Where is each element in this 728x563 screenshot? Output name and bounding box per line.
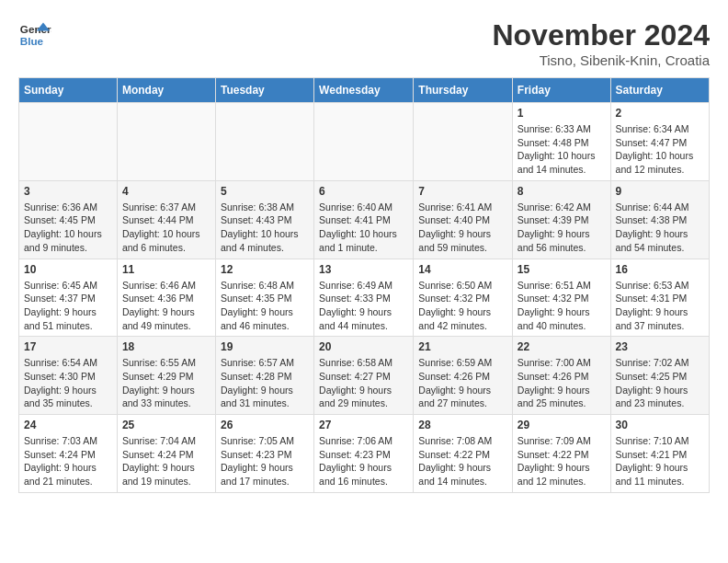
calendar-cell: [215, 103, 313, 181]
day-number: 22: [518, 340, 606, 353]
day-info: Sunrise: 7:03 AM Sunset: 4:24 PM Dayligh…: [24, 434, 112, 488]
calendar-cell: 12Sunrise: 6:48 AM Sunset: 4:35 PM Dayli…: [215, 259, 313, 337]
day-number: 14: [418, 263, 507, 276]
day-number: 30: [616, 419, 704, 431]
calendar-cell: 16Sunrise: 6:53 AM Sunset: 4:31 PM Dayli…: [610, 259, 709, 337]
day-info: Sunrise: 7:04 AM Sunset: 4:24 PM Dayligh…: [122, 434, 210, 488]
calendar-cell: 2Sunrise: 6:34 AM Sunset: 4:47 PM Daylig…: [610, 103, 709, 181]
calendar-cell: 8Sunrise: 6:42 AM Sunset: 4:39 PM Daylig…: [512, 180, 610, 259]
calendar-cell: 14Sunrise: 6:50 AM Sunset: 4:32 PM Dayli…: [414, 259, 513, 337]
day-info: Sunrise: 6:45 AM Sunset: 4:37 PM Dayligh…: [24, 279, 112, 333]
weekday-header: Monday: [117, 78, 215, 103]
calendar-cell: 25Sunrise: 7:04 AM Sunset: 4:24 PM Dayli…: [117, 415, 215, 493]
day-info: Sunrise: 7:08 AM Sunset: 4:22 PM Dayligh…: [418, 434, 507, 488]
logo: General Blue: [18, 18, 51, 52]
calendar-cell: 17Sunrise: 6:54 AM Sunset: 4:30 PM Dayli…: [19, 337, 118, 415]
logo-icon: General Blue: [18, 18, 51, 52]
calendar-cell: 18Sunrise: 6:55 AM Sunset: 4:29 PM Dayli…: [117, 337, 215, 415]
day-info: Sunrise: 6:40 AM Sunset: 4:41 PM Dayligh…: [319, 201, 408, 255]
day-number: 9: [616, 185, 704, 198]
calendar-week-row: 3Sunrise: 6:36 AM Sunset: 4:45 PM Daylig…: [19, 180, 710, 259]
calendar-table: SundayMondayTuesdayWednesdayThursdayFrid…: [18, 77, 710, 493]
day-info: Sunrise: 7:06 AM Sunset: 4:23 PM Dayligh…: [319, 434, 408, 488]
calendar-cell: 13Sunrise: 6:49 AM Sunset: 4:33 PM Dayli…: [314, 259, 414, 337]
day-info: Sunrise: 7:09 AM Sunset: 4:22 PM Dayligh…: [518, 434, 606, 488]
weekday-header: Tuesday: [215, 78, 313, 103]
day-info: Sunrise: 6:38 AM Sunset: 4:43 PM Dayligh…: [221, 201, 309, 255]
calendar-cell: 7Sunrise: 6:41 AM Sunset: 4:40 PM Daylig…: [414, 180, 513, 259]
calendar-cell: 30Sunrise: 7:10 AM Sunset: 4:21 PM Dayli…: [610, 415, 709, 493]
day-number: 20: [319, 340, 408, 353]
day-number: 17: [24, 340, 112, 353]
calendar-cell: 11Sunrise: 6:46 AM Sunset: 4:36 PM Dayli…: [117, 259, 215, 337]
calendar-cell: 5Sunrise: 6:38 AM Sunset: 4:43 PM Daylig…: [215, 180, 313, 259]
day-info: Sunrise: 7:10 AM Sunset: 4:21 PM Dayligh…: [616, 434, 704, 488]
calendar-cell: 24Sunrise: 7:03 AM Sunset: 4:24 PM Dayli…: [19, 415, 118, 493]
day-info: Sunrise: 6:54 AM Sunset: 4:30 PM Dayligh…: [24, 356, 112, 410]
calendar-cell: 3Sunrise: 6:36 AM Sunset: 4:45 PM Daylig…: [19, 180, 118, 259]
calendar-cell: 15Sunrise: 6:51 AM Sunset: 4:32 PM Dayli…: [512, 259, 610, 337]
day-info: Sunrise: 6:50 AM Sunset: 4:32 PM Dayligh…: [418, 279, 507, 333]
calendar-cell: 20Sunrise: 6:58 AM Sunset: 4:27 PM Dayli…: [314, 337, 414, 415]
weekday-header: Friday: [512, 78, 610, 103]
calendar-cell: [414, 103, 513, 181]
calendar-cell: 10Sunrise: 6:45 AM Sunset: 4:37 PM Dayli…: [19, 259, 118, 337]
day-info: Sunrise: 6:37 AM Sunset: 4:44 PM Dayligh…: [122, 201, 210, 255]
day-number: 24: [24, 419, 112, 431]
calendar-cell: [19, 103, 118, 181]
day-info: Sunrise: 6:53 AM Sunset: 4:31 PM Dayligh…: [616, 279, 704, 333]
day-number: 6: [319, 185, 408, 198]
title-area: November 2024 Tisno, Sibenik-Knin, Croat…: [492, 18, 710, 68]
calendar-cell: 27Sunrise: 7:06 AM Sunset: 4:23 PM Dayli…: [314, 415, 414, 493]
day-number: 1: [518, 107, 606, 120]
calendar-cell: 29Sunrise: 7:09 AM Sunset: 4:22 PM Dayli…: [512, 415, 610, 493]
weekday-header: Thursday: [414, 78, 513, 103]
day-number: 10: [24, 263, 112, 276]
day-info: Sunrise: 6:41 AM Sunset: 4:40 PM Dayligh…: [418, 201, 507, 255]
day-info: Sunrise: 6:51 AM Sunset: 4:32 PM Dayligh…: [518, 279, 606, 333]
day-number: 27: [319, 419, 408, 431]
calendar-cell: 4Sunrise: 6:37 AM Sunset: 4:44 PM Daylig…: [117, 180, 215, 259]
day-number: 23: [616, 340, 704, 353]
day-info: Sunrise: 6:58 AM Sunset: 4:27 PM Dayligh…: [319, 356, 408, 410]
day-number: 2: [616, 107, 704, 120]
day-number: 3: [24, 185, 112, 198]
day-number: 4: [122, 185, 210, 198]
calendar-cell: [117, 103, 215, 181]
calendar-cell: [314, 103, 414, 181]
day-info: Sunrise: 6:42 AM Sunset: 4:39 PM Dayligh…: [518, 201, 606, 255]
calendar-cell: 23Sunrise: 7:02 AM Sunset: 4:25 PM Dayli…: [610, 337, 709, 415]
day-number: 5: [221, 185, 309, 198]
day-info: Sunrise: 6:55 AM Sunset: 4:29 PM Dayligh…: [122, 356, 210, 410]
calendar-cell: 1Sunrise: 6:33 AM Sunset: 4:48 PM Daylig…: [512, 103, 610, 181]
day-number: 19: [221, 340, 309, 353]
day-number: 29: [518, 419, 606, 431]
calendar-week-row: 17Sunrise: 6:54 AM Sunset: 4:30 PM Dayli…: [19, 337, 710, 415]
weekday-header-row: SundayMondayTuesdayWednesdayThursdayFrid…: [19, 78, 710, 103]
calendar-week-row: 24Sunrise: 7:03 AM Sunset: 4:24 PM Dayli…: [19, 415, 710, 493]
day-info: Sunrise: 6:46 AM Sunset: 4:36 PM Dayligh…: [122, 279, 210, 333]
day-number: 15: [518, 263, 606, 276]
day-number: 12: [221, 263, 309, 276]
location-title: Tisno, Sibenik-Knin, Croatia: [492, 52, 710, 68]
day-number: 16: [616, 263, 704, 276]
day-number: 13: [319, 263, 408, 276]
day-info: Sunrise: 6:33 AM Sunset: 4:48 PM Dayligh…: [518, 122, 606, 177]
day-info: Sunrise: 6:57 AM Sunset: 4:28 PM Dayligh…: [221, 356, 309, 410]
calendar-cell: 22Sunrise: 7:00 AM Sunset: 4:26 PM Dayli…: [512, 337, 610, 415]
day-number: 25: [122, 419, 210, 431]
day-number: 26: [221, 419, 309, 431]
day-number: 28: [418, 419, 507, 431]
day-info: Sunrise: 6:34 AM Sunset: 4:47 PM Dayligh…: [616, 122, 704, 177]
calendar-cell: 19Sunrise: 6:57 AM Sunset: 4:28 PM Dayli…: [215, 337, 313, 415]
day-info: Sunrise: 6:49 AM Sunset: 4:33 PM Dayligh…: [319, 279, 408, 333]
calendar-cell: 28Sunrise: 7:08 AM Sunset: 4:22 PM Dayli…: [414, 415, 513, 493]
weekday-header: Saturday: [610, 78, 709, 103]
month-title: November 2024: [492, 18, 710, 52]
day-number: 18: [122, 340, 210, 353]
calendar-week-row: 1Sunrise: 6:33 AM Sunset: 4:48 PM Daylig…: [19, 103, 710, 181]
calendar-cell: 6Sunrise: 6:40 AM Sunset: 4:41 PM Daylig…: [314, 180, 414, 259]
weekday-header: Sunday: [19, 78, 118, 103]
calendar-cell: 21Sunrise: 6:59 AM Sunset: 4:26 PM Dayli…: [414, 337, 513, 415]
day-info: Sunrise: 6:44 AM Sunset: 4:38 PM Dayligh…: [616, 201, 704, 255]
